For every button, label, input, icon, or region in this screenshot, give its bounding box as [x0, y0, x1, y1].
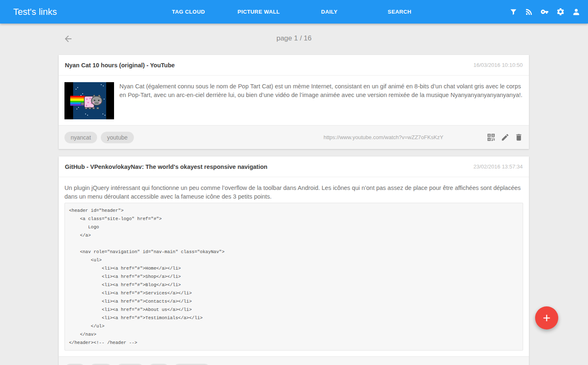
tag-pill[interactable]: javascript — [173, 364, 210, 365]
app-title: Test's links — [13, 7, 57, 17]
add-link-button[interactable]: + — [535, 306, 558, 329]
tag-pill[interactable]: youtube — [101, 132, 134, 143]
card-body: Un plugin jQuery intéressant qui fonctio… — [59, 177, 529, 356]
edit-icon[interactable] — [501, 133, 509, 142]
link-title[interactable]: Nyan Cat 10 hours (original) - YouTube — [65, 62, 175, 69]
tag-pill[interactable]: nyancat — [64, 132, 97, 143]
link-url[interactable]: https://www.youtube.com/watch?v=wZZ7oFKs… — [324, 134, 443, 140]
nav-picture-wall[interactable]: PICTURE WALL — [238, 9, 280, 15]
link-card-okaynav: GitHub - VPenkov/okayNav: The world's ok… — [59, 156, 529, 365]
link-list: Nyan Cat 10 hours (original) - YouTube 1… — [59, 55, 529, 365]
tag-pill[interactable]: css — [64, 364, 86, 365]
card-body: Nyan Cat (également connu sous le nom de… — [59, 76, 529, 125]
app-header: Test's links TAG CLOUD PICTURE WALL DAIL… — [0, 0, 588, 24]
user-icon[interactable] — [572, 7, 581, 16]
link-title[interactable]: GitHub - VPenkov/okayNav: The world's ok… — [65, 164, 267, 170]
rss-icon[interactable] — [525, 7, 533, 16]
link-card-nyancat: Nyan Cat 10 hours (original) - YouTube 1… — [59, 55, 529, 149]
card-header: Nyan Cat 10 hours (original) - YouTube 1… — [59, 55, 529, 76]
card-footer: css html plugin nav javascript https://g… — [59, 356, 529, 365]
header-icon-group — [509, 0, 581, 24]
card-footer: nyancat youtube https://www.youtube.com/… — [59, 125, 529, 149]
key-icon[interactable] — [540, 7, 549, 16]
code-snippet: <header id="header"> <a class="site-logo… — [64, 203, 523, 351]
nav-search[interactable]: SEARCH — [388, 9, 411, 15]
link-description: Un plugin jQuery intéressant qui fonctio… — [64, 184, 523, 201]
tag-pill[interactable]: plugin — [116, 364, 144, 365]
tag-pill[interactable]: nav — [148, 364, 170, 365]
nav-daily[interactable]: DAILY — [321, 9, 338, 15]
pagination-bar: page 1 / 16 — [0, 24, 588, 55]
link-date: 16/03/2016 10:10:50 — [474, 62, 523, 68]
plus-icon: + — [543, 310, 551, 326]
link-description: Nyan Cat (également connu sous le nom de… — [119, 82, 523, 119]
qr-code-icon[interactable] — [486, 133, 496, 142]
card-actions — [486, 133, 523, 142]
nyan-cat-thumbnail[interactable] — [64, 82, 114, 119]
page-indicator: page 1 / 16 — [0, 34, 588, 43]
delete-icon[interactable] — [514, 133, 523, 142]
settings-icon[interactable] — [556, 7, 565, 16]
nav-tag-cloud[interactable]: TAG CLOUD — [172, 9, 205, 15]
app-window: Test's links TAG CLOUD PICTURE WALL DAIL… — [0, 0, 588, 365]
tag-pill[interactable]: html — [89, 364, 112, 365]
card-header: GitHub - VPenkov/okayNav: The world's ok… — [59, 156, 529, 177]
filter-icon[interactable] — [509, 7, 518, 16]
link-date: 23/02/2016 13:57:34 — [474, 164, 523, 170]
content-area: page 1 / 16 Nyan Cat 10 hours (original)… — [0, 24, 588, 365]
